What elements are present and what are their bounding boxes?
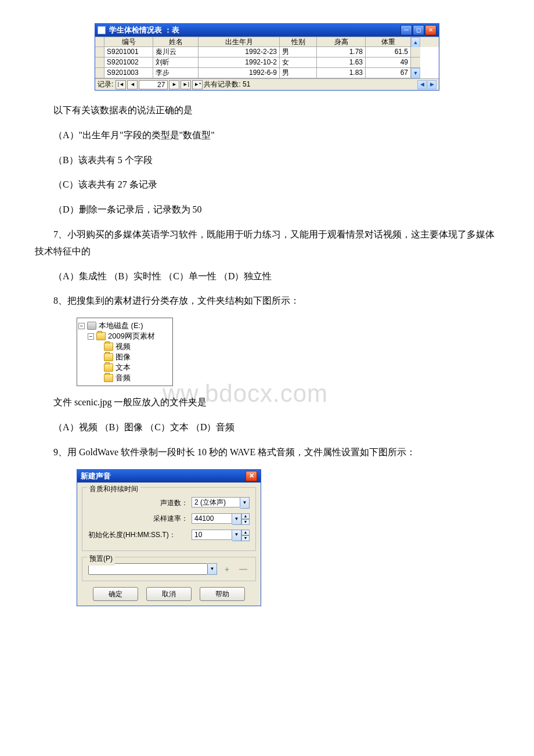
- maximize-button[interactable]: ◻: [413, 25, 424, 35]
- cell[interactable]: 49: [366, 57, 411, 68]
- help-button[interactable]: 帮助: [200, 587, 245, 601]
- tree-node[interactable]: 音频: [78, 373, 171, 383]
- dialog-titlebar[interactable]: 新建声音 ✕: [77, 470, 261, 483]
- spin-up-button[interactable]: ▲: [241, 513, 250, 519]
- cell[interactable]: 1.83: [317, 68, 366, 78]
- cell[interactable]: 1.78: [317, 47, 366, 57]
- nav-current-input[interactable]: [139, 80, 168, 89]
- titlebar[interactable]: 学生体检情况表 ：表 ─ ◻ ✕: [95, 24, 439, 37]
- option-d: （D）删除一条记录后，记录数为 50: [35, 201, 499, 218]
- minimize-button[interactable]: ─: [400, 25, 412, 35]
- cell[interactable]: 李步: [153, 68, 199, 78]
- folder-icon: [104, 353, 113, 361]
- col-header[interactable]: 姓名: [153, 37, 199, 47]
- question-9: 9、用 GoldWave 软件录制一段时长 10 秒的 WAVE 格式音频，文件…: [35, 444, 499, 461]
- cell[interactable]: S9201001: [104, 47, 153, 57]
- tree-node[interactable]: 文本: [78, 362, 171, 373]
- cell[interactable]: 女: [280, 57, 317, 68]
- nav-next-button[interactable]: ►: [169, 80, 179, 89]
- question-7: 7、小羽购买的多媒体英语学习软件，既能用于听力练习，又能用于观看情景对话视频，这…: [35, 226, 499, 260]
- folder-icon: [104, 363, 113, 372]
- folder-tree: − 本地磁盘 (E:) − 2009网页素材 视频 图像 文本 音频: [77, 318, 173, 386]
- dropdown-icon[interactable]: ▼: [232, 513, 241, 525]
- option-c: （C）该表共有 27 条记录: [35, 177, 499, 193]
- question-intro: 以下有关该数据表的说法正确的是: [35, 102, 499, 119]
- access-table-window: 学生体检情况表 ：表 ─ ◻ ✕ 编号 姓名 出生年月 性别 身高 体重 ▲ S…: [95, 23, 439, 91]
- ok-button[interactable]: 确定: [93, 587, 138, 601]
- goldwave-dialog: 新建声音 ✕ 音质和持续时间 声道数： ▼ 采样速率： ▼ ▲ ▼: [77, 469, 261, 607]
- dropdown-icon[interactable]: ▼: [208, 563, 217, 575]
- scroll-down-icon[interactable]: ▼: [411, 68, 420, 78]
- row-selector[interactable]: [95, 68, 104, 78]
- option-a: （A）"出生年月"字段的类型是"数值型": [35, 127, 499, 144]
- tree-label: 本地磁盘 (E:): [99, 321, 143, 331]
- spin-up-button[interactable]: ▲: [241, 530, 250, 535]
- nav-first-button[interactable]: |◄: [116, 80, 126, 89]
- record-navigator: 记录: |◄ ◄ ► ►| ►* 共有记录数: 51 ◀ ▶: [95, 78, 439, 90]
- cell[interactable]: 1992-2-23: [199, 47, 280, 57]
- cell[interactable]: 1992-10-2: [199, 57, 280, 68]
- preset-add-button[interactable]: ＋: [221, 565, 233, 573]
- cell[interactable]: 61.5: [366, 47, 411, 57]
- spin-down-button[interactable]: ▼: [241, 535, 250, 541]
- length-input[interactable]: [192, 530, 232, 540]
- scroll-up-icon[interactable]: ▲: [411, 37, 420, 48]
- dialog-close-button[interactable]: ✕: [246, 471, 257, 481]
- rate-input[interactable]: [192, 513, 232, 524]
- cell[interactable]: 刘昕: [153, 57, 199, 68]
- folder-icon: [96, 332, 106, 340]
- cell[interactable]: 67: [366, 68, 411, 78]
- cell[interactable]: S9201002: [104, 57, 153, 68]
- quality-group: 音质和持续时间 声道数： ▼ 采样速率： ▼ ▲ ▼: [82, 487, 256, 552]
- folder-icon: [104, 374, 113, 382]
- tree-node[interactable]: 视频: [78, 341, 171, 352]
- hscroll-left-icon[interactable]: ◀: [417, 80, 427, 89]
- preset-remove-button[interactable]: —: [237, 565, 250, 573]
- nav-new-button[interactable]: ►*: [192, 80, 203, 89]
- group-legend: 预置(P): [87, 553, 115, 566]
- group-legend: 音质和持续时间: [87, 483, 140, 496]
- scroll-track[interactable]: [411, 47, 420, 57]
- cell[interactable]: 1992-6-9: [199, 68, 280, 78]
- cancel-button[interactable]: 取消: [146, 587, 192, 601]
- table-row[interactable]: S9201002 刘昕 1992-10-2 女 1.63 49: [95, 57, 439, 68]
- collapse-icon[interactable]: −: [88, 333, 94, 340]
- cell[interactable]: S9201003: [104, 68, 153, 78]
- tree-node-disk[interactable]: − 本地磁盘 (E:): [78, 321, 171, 331]
- channels-input[interactable]: [192, 497, 240, 507]
- collapse-icon[interactable]: −: [78, 323, 85, 329]
- cell[interactable]: 1.63: [317, 57, 366, 68]
- hscroll-right-icon[interactable]: ▶: [427, 80, 436, 89]
- row-selector[interactable]: [95, 47, 104, 57]
- close-button[interactable]: ✕: [425, 25, 436, 35]
- col-header[interactable]: 出生年月: [199, 37, 280, 47]
- tree-node[interactable]: 图像: [78, 352, 171, 362]
- grid-header: 编号 姓名 出生年月 性别 身高 体重 ▲: [95, 37, 439, 47]
- dropdown-icon[interactable]: ▼: [240, 497, 250, 509]
- table-row[interactable]: S9201001 秦川云 1992-2-23 男 1.78 61.5: [95, 47, 439, 57]
- col-header[interactable]: 性别: [280, 37, 317, 47]
- scroll-track[interactable]: [411, 57, 420, 68]
- col-header[interactable]: 编号: [104, 37, 153, 47]
- preset-group: 预置(P) ▼ ＋ —: [82, 557, 256, 581]
- question-8-tail: 文件 scenic.jpg 一般应放入的文件夹是: [35, 394, 499, 411]
- col-header[interactable]: 身高: [317, 37, 366, 47]
- row-selector-header[interactable]: [95, 37, 104, 47]
- row-selector[interactable]: [95, 57, 104, 68]
- nav-last-button[interactable]: ►|: [181, 80, 191, 89]
- nav-prev-button[interactable]: ◄: [127, 80, 138, 89]
- tree-label: 2009网页素材: [108, 331, 155, 341]
- folder-icon: [104, 343, 113, 351]
- col-header[interactable]: 体重: [366, 37, 411, 47]
- spin-down-button[interactable]: ▼: [241, 519, 250, 525]
- cell[interactable]: 秦川云: [153, 47, 199, 57]
- table-row[interactable]: S9201003 李步 1992-6-9 男 1.83 67 ▼: [95, 68, 439, 78]
- nav-total-label: 共有记录数: 51: [204, 78, 250, 91]
- cell[interactable]: 男: [280, 47, 317, 57]
- cell[interactable]: 男: [280, 68, 317, 78]
- question-7-options: （A）集成性 （B）实时性 （C）单一性 （D）独立性: [35, 268, 499, 285]
- question-8-options: （A）视频 （B）图像 （C）文本 （D）音频: [35, 419, 499, 436]
- dropdown-icon[interactable]: ▼: [232, 530, 241, 541]
- table-icon: [98, 26, 106, 34]
- tree-node-root[interactable]: − 2009网页素材: [78, 331, 171, 341]
